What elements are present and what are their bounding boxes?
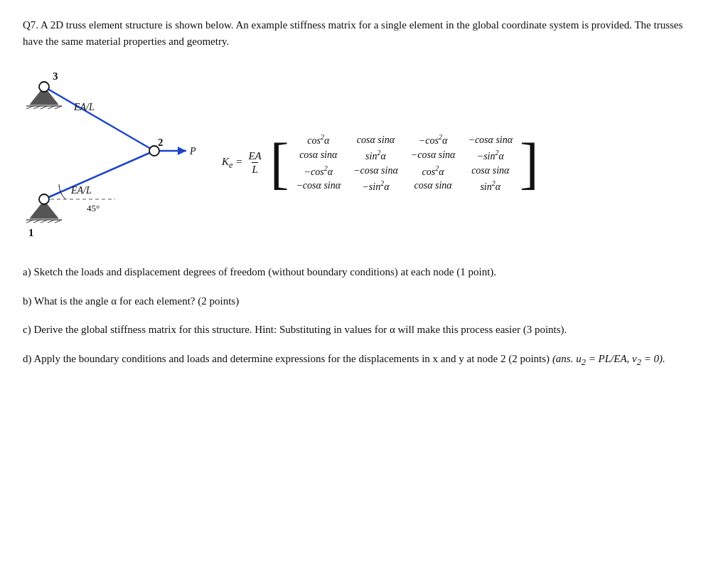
part-b-label: b): [23, 295, 32, 307]
ke-label: Ke =: [222, 156, 242, 171]
part-d-label: d): [23, 353, 32, 364]
part-d-text: Apply the boundary conditions and loads …: [33, 353, 550, 364]
part-b-text: What is the angle α for each element? (2…: [34, 295, 239, 307]
node1-circle: [39, 194, 49, 204]
bracket-right: ]: [520, 129, 539, 197]
part-c-text: Derive the global stiffness matrix for t…: [33, 324, 567, 335]
cell-r1c1: cos2α: [296, 133, 341, 147]
part-a-text: Sketch the loads and displacement degree…: [33, 266, 496, 277]
node1-label: 1: [28, 227, 34, 238]
cell-r2c2: sin2α: [353, 149, 398, 162]
cell-r4c4: sin2α: [468, 179, 513, 193]
stiffness-matrix-area: Ke = EA L [ cos2α cosα sinα −cos2α −cosα…: [222, 129, 539, 197]
svg-line-15: [44, 87, 154, 151]
cell-r1c3: −cos2α: [411, 133, 456, 147]
part-c: c) Derive the global stiffness matrix fo…: [23, 322, 705, 338]
angle-label: 45°: [87, 203, 100, 213]
eal-lower-label: EA/L: [70, 185, 92, 196]
part-a-label: a): [23, 266, 31, 277]
diagram-matrix-row: EA/L EA/L P 3 2 1 45°: [23, 62, 705, 250]
truss-diagram: EA/L EA/L P 3 2 1 45°: [23, 62, 215, 250]
force-p-label: P: [189, 146, 196, 157]
cell-r3c1: −cos2α: [296, 164, 341, 178]
eal-upper-label: EA/L: [73, 102, 95, 112]
cell-r2c3: −cosα sinα: [411, 149, 456, 161]
ea-l-fraction: EA L: [248, 150, 261, 176]
node3-label: 3: [53, 70, 58, 82]
question-intro: Q7. A 2D truss element structure is show…: [23, 17, 705, 49]
l-denominator: L: [252, 162, 257, 176]
part-d: d) Apply the boundary conditions and loa…: [23, 351, 705, 369]
cell-r3c3: cos2α: [411, 164, 456, 178]
cell-r4c1: −cosα sinα: [296, 180, 341, 191]
cell-r1c4: −cosα sinα: [468, 134, 513, 146]
part-b: b) What is the angle α for each element?…: [23, 293, 705, 310]
ea-numerator: EA: [248, 150, 261, 162]
cell-r1c2: cosα sinα: [353, 134, 398, 146]
cell-r3c2: −cosα sinα: [353, 165, 398, 176]
matrix-brackets: [ cos2α cosα sinα −cos2α −cosα sinα cosα…: [270, 129, 539, 197]
bracket-left: [: [270, 129, 289, 197]
part-c-label: c): [23, 324, 31, 335]
part-a: a) Sketch the loads and displacement deg…: [23, 264, 705, 280]
cell-r2c4: −sin2α: [468, 149, 513, 162]
matrix-grid: cos2α cosα sinα −cos2α −cosα sinα cosα s…: [289, 129, 520, 197]
cell-r4c3: cosα sinα: [411, 180, 456, 191]
svg-marker-18: [178, 147, 186, 155]
node3-circle: [39, 82, 49, 92]
cell-r3c4: cosα sinα: [468, 165, 513, 176]
part-d-ans: (ans. u2 = PL/EA, v2 = 0).: [552, 353, 665, 364]
node2-label: 2: [158, 137, 164, 148]
cell-r2c1: cosα sinα: [296, 149, 341, 161]
cell-r4c2: −sin2α: [353, 179, 398, 193]
